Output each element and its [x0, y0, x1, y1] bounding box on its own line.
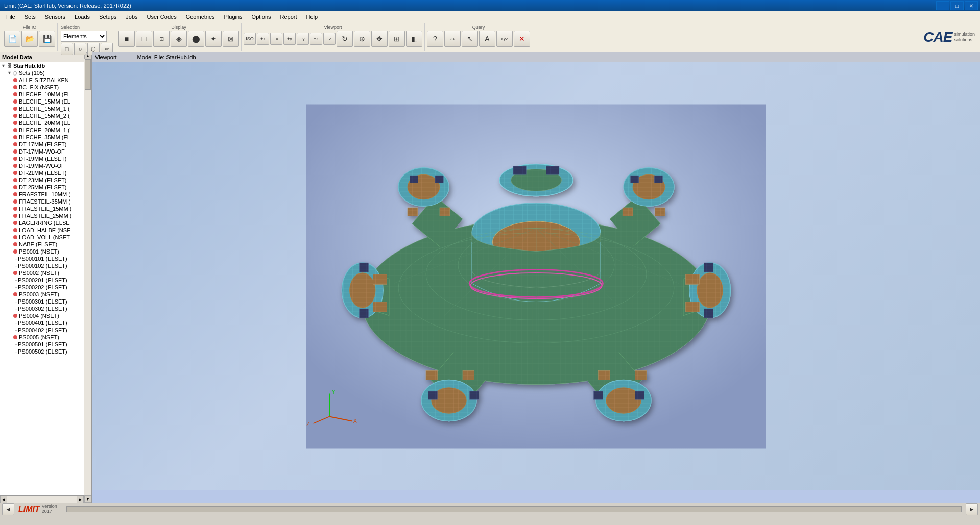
tree-item-6[interactable]: BLECHE_20MM (EL: [12, 119, 84, 127]
tree-sets-group[interactable]: ▼ ⬡ Sets (105): [6, 69, 84, 77]
fit-btn[interactable]: ⊞: [389, 31, 405, 47]
tree-item-15[interactable]: DT-25MM (ELSET): [12, 184, 84, 191]
tree-item-3[interactable]: BLECHE_15MM (EL: [12, 98, 84, 105]
tree-item-32[interactable]: └PS000302 (ELSET): [12, 305, 84, 312]
tree-item-13[interactable]: DT-21MM (ELSET): [12, 169, 84, 177]
tree-item-38[interactable]: └PS000502 (ELSET): [12, 348, 84, 355]
rotate-btn[interactable]: ↻: [337, 31, 353, 47]
menu-sets[interactable]: Sets: [20, 13, 40, 21]
menu-report[interactable]: Report: [276, 13, 301, 21]
tree-item-35[interactable]: └PS000402 (ELSET): [12, 327, 84, 334]
tree-item-29[interactable]: └PS000202 (ELSET): [12, 284, 84, 291]
hidden-btn[interactable]: ◈: [171, 31, 187, 47]
negx-btn[interactable]: -x: [270, 33, 282, 45]
tree-item-33[interactable]: PS0004 (NSET): [12, 312, 84, 319]
clear-query-btn[interactable]: ✕: [514, 31, 530, 47]
contour-btn[interactable]: ⬤: [188, 31, 204, 47]
explode-btn[interactable]: ✦: [205, 31, 222, 47]
tree-root[interactable]: ▼ 🗄 StarHub.ldb: [0, 62, 84, 69]
tree-item-17[interactable]: FRAESTEIL-35MM (: [12, 198, 84, 205]
open-button[interactable]: 📂: [21, 31, 38, 47]
posz-btn[interactable]: +z: [310, 33, 322, 45]
tree-item-0[interactable]: ALLE-SITZBALKEN: [12, 77, 84, 84]
status-scrollbar[interactable]: [66, 506, 962, 512]
tree-item-16[interactable]: FRAESTEIL-10MM (: [12, 191, 84, 198]
sel-circle-btn[interactable]: ○: [74, 43, 86, 55]
negy-btn[interactable]: -y: [297, 33, 309, 45]
minimize-button[interactable]: −: [936, 1, 949, 10]
tree-item-36[interactable]: PS0005 (NSET): [12, 334, 84, 341]
iso-btn[interactable]: ISO: [244, 33, 256, 45]
tree-item-8[interactable]: BLECHE_35MM (EL: [12, 134, 84, 141]
tree-item-9[interactable]: DT-17MM (ELSET): [12, 141, 84, 148]
mesh-canvas[interactable]: Y X Z: [92, 62, 980, 490]
menu-options[interactable]: Options: [248, 13, 275, 21]
vscroll-thumb[interactable]: [85, 59, 91, 90]
viewport-area[interactable]: Viewport Model File: StarHub.ldb: [92, 52, 980, 503]
tree-item-18[interactable]: FRAESTEIL_15MM (: [12, 205, 84, 212]
tree-item-7[interactable]: BLECHE_20MM_1 (: [12, 127, 84, 134]
tree-vscrollbar[interactable]: ▲ ▼: [84, 52, 91, 503]
new-button[interactable]: 📄: [4, 31, 20, 47]
shaded-btn[interactable]: ■: [118, 31, 135, 47]
tree-item-22[interactable]: LOAD_VOLL (NSET: [12, 234, 84, 241]
clip-btn[interactable]: ◧: [406, 31, 422, 47]
menu-setups[interactable]: Setups: [95, 13, 121, 21]
tree-item-23[interactable]: NABE (ELSET): [12, 241, 84, 248]
maximize-button[interactable]: □: [950, 1, 964, 10]
save-button[interactable]: 💾: [39, 31, 55, 47]
tree-hscrollbar[interactable]: ◄ ►: [0, 495, 84, 503]
tree-item-14[interactable]: DT-23MM (ELSET): [12, 177, 84, 184]
hscroll-right[interactable]: ►: [77, 496, 84, 503]
posx-btn[interactable]: +x: [257, 33, 269, 45]
query-btn[interactable]: ?: [427, 31, 443, 47]
tree-item-24[interactable]: PS0001 (NSET): [12, 248, 84, 255]
tree-item-19[interactable]: FRAESTEIL_25MM (: [12, 212, 84, 219]
menu-geometries[interactable]: Geometries: [182, 13, 219, 21]
wireframe-btn[interactable]: □: [136, 31, 152, 47]
status-scroll-right[interactable]: ►: [966, 503, 978, 515]
tree-item-2[interactable]: BLECHE_10MM (EL: [12, 91, 84, 98]
annotate-btn[interactable]: A: [479, 31, 495, 47]
tree-item-5[interactable]: BLECHE_15MM_2 (: [12, 112, 84, 119]
tree-item-4[interactable]: BLECHE_15MM_1 (: [12, 105, 84, 112]
measure-btn[interactable]: ↔: [444, 31, 461, 47]
shrink-btn[interactable]: ⊠: [223, 31, 239, 47]
close-button[interactable]: ✕: [965, 1, 978, 10]
tree-item-11[interactable]: DT-19MM (ELSET): [12, 155, 84, 162]
menu-loads[interactable]: Loads: [70, 13, 94, 21]
menu-file[interactable]: File: [2, 13, 19, 21]
menu-user-codes[interactable]: User Codes: [143, 13, 181, 21]
tree-item-12[interactable]: DT-19MM-WO-OF: [12, 162, 84, 169]
model-tree[interactable]: ▼ 🗄 StarHub.ldb ▼ ⬡ Sets (105) ALLE-SITZ…: [0, 62, 84, 495]
menu-help[interactable]: Help: [302, 13, 322, 21]
pan-btn[interactable]: ✥: [371, 31, 388, 47]
menu-jobs[interactable]: Jobs: [122, 13, 141, 21]
tree-item-20[interactable]: LAGERRING (ELSE: [12, 219, 84, 227]
vscroll-down[interactable]: ▼: [84, 495, 91, 503]
sel-box-btn[interactable]: □: [61, 43, 73, 55]
tree-item-25[interactable]: └PS000101 (ELSET): [12, 255, 84, 262]
menu-sensors[interactable]: Sensors: [41, 13, 69, 21]
status-scroll-left[interactable]: ◄: [2, 503, 14, 515]
hscroll-left[interactable]: ◄: [0, 496, 7, 503]
menu-plugins[interactable]: Plugins: [220, 13, 247, 21]
shaded-wire-btn[interactable]: ⊡: [153, 31, 170, 47]
tree-item-30[interactable]: PS0003 (NSET): [12, 291, 84, 298]
tree-item-34[interactable]: └PS000401 (ELSET): [12, 319, 84, 327]
tree-item-1[interactable]: BC_FIX (NSET): [12, 84, 84, 91]
posy-btn[interactable]: +y: [283, 33, 296, 45]
tree-item-27[interactable]: PS0002 (NSET): [12, 269, 84, 277]
hscroll-track[interactable]: [7, 496, 77, 503]
tree-item-37[interactable]: └PS000501 (ELSET): [12, 341, 84, 348]
xyz-btn[interactable]: xyz: [496, 31, 513, 47]
tree-item-10[interactable]: DT-17MM-WO-OF: [12, 148, 84, 155]
tree-item-26[interactable]: └PS000102 (ELSET): [12, 262, 84, 269]
zoom-btn[interactable]: ⊕: [354, 31, 370, 47]
pick-btn[interactable]: ↖: [462, 31, 478, 47]
tree-item-31[interactable]: └PS000301 (ELSET): [12, 298, 84, 305]
tree-item-28[interactable]: └PS000201 (ELSET): [12, 277, 84, 284]
negz-btn[interactable]: -z: [323, 33, 336, 45]
selection-type-select[interactable]: Elements Nodes Edges Faces Sets: [61, 31, 107, 42]
tree-item-21[interactable]: LOAD_HALBE (NSE: [12, 227, 84, 234]
